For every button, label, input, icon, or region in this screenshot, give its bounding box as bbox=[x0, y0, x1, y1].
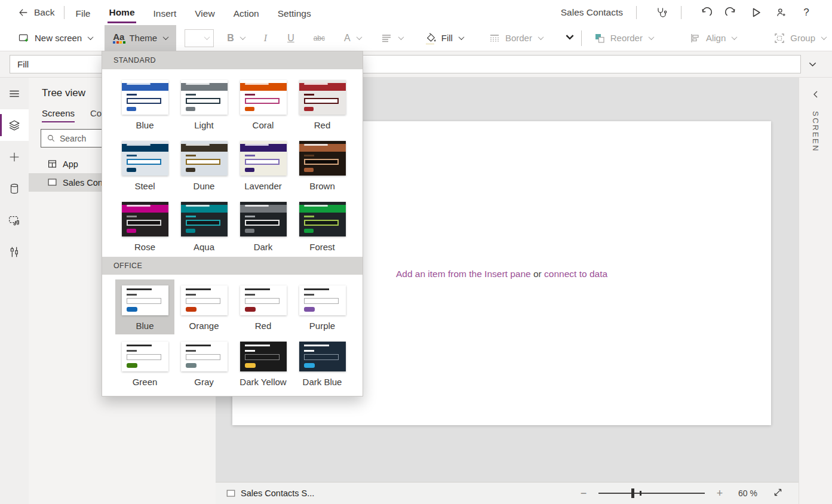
toolbar-overflow-button[interactable] bbox=[564, 32, 575, 45]
italic-button[interactable]: I bbox=[258, 25, 273, 51]
sidebar-item-data[interactable] bbox=[0, 173, 29, 204]
zoom-in-button[interactable]: + bbox=[712, 487, 727, 500]
theme-thumbnail bbox=[122, 141, 168, 176]
theme-option[interactable]: Dune bbox=[174, 135, 234, 195]
bold-button[interactable]: B bbox=[221, 25, 251, 51]
back-button[interactable]: Back bbox=[18, 7, 54, 18]
theme-option[interactable]: Dark Blue bbox=[293, 336, 352, 391]
theme-option[interactable]: Orange bbox=[174, 279, 234, 334]
theme-option[interactable]: Rose bbox=[115, 196, 174, 256]
collapse-panel-button[interactable] bbox=[811, 90, 821, 102]
theme-option[interactable]: Coral bbox=[234, 74, 293, 134]
screen-name-row[interactable]: Sales Contacts S... bbox=[226, 488, 314, 498]
new-screen-label: New screen bbox=[35, 33, 82, 43]
align-label: Align bbox=[706, 33, 726, 43]
expand-icon bbox=[773, 487, 783, 497]
menu-item-settings[interactable]: Settings bbox=[277, 3, 312, 23]
percent-sign: % bbox=[750, 488, 757, 498]
theme-grid: Blue Light Coral bbox=[102, 69, 363, 257]
sidebar-item-tree-view[interactable] bbox=[0, 109, 29, 141]
theme-dropdown-menu: STANDARD Blue Light bbox=[102, 51, 363, 397]
sidebar-item-insert[interactable] bbox=[0, 141, 29, 173]
zoom-slider[interactable] bbox=[598, 488, 705, 498]
font-color-icon: A bbox=[344, 33, 351, 44]
theme-thumb-body bbox=[299, 152, 346, 176]
chevron-down-icon bbox=[163, 34, 169, 40]
theme-thumb-body bbox=[240, 152, 287, 176]
bottom-bar: Sales Contacts S... − + 60 % bbox=[216, 482, 799, 504]
preview-button[interactable] bbox=[746, 4, 766, 21]
theme-option[interactable]: Blue bbox=[115, 74, 174, 134]
zoom-slider-handle[interactable] bbox=[631, 488, 634, 498]
connect-to-data-link[interactable]: connect to data bbox=[544, 269, 607, 279]
share-button[interactable] bbox=[771, 4, 791, 21]
theme-thumb-body bbox=[240, 342, 287, 371]
sidebar-item-menu[interactable] bbox=[0, 78, 29, 109]
theme-name: Blue bbox=[136, 321, 153, 331]
zoom-out-button[interactable]: − bbox=[576, 487, 591, 500]
theme-option[interactable]: Forest bbox=[293, 196, 352, 256]
help-button[interactable]: ? bbox=[796, 4, 816, 21]
reorder-button[interactable]: Reorder bbox=[588, 25, 659, 51]
sidebar-item-media[interactable] bbox=[0, 204, 29, 236]
menu-item-action[interactable]: Action bbox=[232, 3, 260, 23]
database-icon bbox=[8, 182, 21, 195]
theme-option[interactable]: Aqua bbox=[174, 196, 234, 256]
theme-thumb-header bbox=[240, 144, 287, 152]
theme-thumbnail bbox=[181, 80, 228, 115]
redo-button[interactable] bbox=[721, 4, 741, 21]
sidebar-item-advanced-tools[interactable] bbox=[0, 236, 29, 268]
font-color-button[interactable]: A bbox=[338, 25, 367, 51]
theme-thumbnail bbox=[299, 80, 346, 115]
theme-thumbnail bbox=[299, 141, 346, 176]
theme-option[interactable]: Green bbox=[115, 336, 174, 391]
theme-option[interactable]: Red bbox=[293, 74, 352, 134]
app-checker-button[interactable] bbox=[651, 4, 671, 21]
menu-item-file[interactable]: File bbox=[74, 3, 91, 23]
theme-option[interactable]: Lavender bbox=[234, 135, 293, 195]
theme-button[interactable]: Aa Theme bbox=[105, 25, 176, 51]
menu-item-view[interactable]: View bbox=[194, 3, 216, 23]
theme-name: Red bbox=[255, 321, 272, 331]
strikethrough-button[interactable]: abc bbox=[308, 25, 331, 51]
theme-option[interactable]: Brown bbox=[293, 135, 352, 195]
theme-thumb-header bbox=[299, 205, 346, 213]
font-family-select[interactable] bbox=[185, 29, 214, 47]
theme-option[interactable]: Dark Yellow bbox=[234, 336, 293, 391]
menu-item-insert[interactable]: Insert bbox=[152, 3, 178, 23]
theme-option[interactable]: Dark bbox=[234, 196, 293, 256]
tab-screens[interactable]: Screens bbox=[42, 108, 75, 122]
underline-button[interactable]: U bbox=[281, 25, 300, 51]
fill-button[interactable]: Fill bbox=[419, 25, 469, 51]
theme-option[interactable]: Blue bbox=[115, 279, 174, 334]
theme-section-office: OFFICE Blue Orange bbox=[102, 257, 363, 392]
menubar: Back File Home Insert View Action Settin… bbox=[0, 0, 832, 25]
menu-item-home[interactable]: Home bbox=[108, 2, 136, 23]
new-screen-button[interactable]: New screen bbox=[12, 25, 99, 51]
theme-option[interactable]: Steel bbox=[115, 135, 174, 195]
insert-pane-link[interactable]: Add an item from the Insert pane bbox=[396, 269, 531, 279]
right-panel-rail: SCREEN bbox=[799, 78, 832, 504]
theme-option[interactable]: Purple bbox=[293, 279, 352, 334]
formula-bar-expand-button[interactable] bbox=[801, 60, 824, 69]
group-button[interactable]: Group bbox=[767, 25, 832, 51]
screen-name: Sales Contacts S... bbox=[241, 488, 314, 498]
new-screen-icon bbox=[18, 32, 30, 44]
theme-name: Brown bbox=[309, 181, 335, 191]
align-button[interactable]: Align bbox=[683, 25, 742, 51]
undo-button[interactable] bbox=[696, 4, 716, 21]
left-rail bbox=[0, 78, 29, 504]
theme-thumbnail bbox=[181, 141, 228, 176]
theme-thumb-body bbox=[240, 213, 287, 236]
theme-option[interactable]: Gray bbox=[174, 336, 234, 391]
theme-thumbnail bbox=[122, 202, 168, 236]
theme-option[interactable]: Light bbox=[174, 74, 234, 134]
border-button[interactable]: Border bbox=[483, 25, 549, 51]
bold-icon: B bbox=[227, 33, 234, 44]
chevron-down-icon bbox=[732, 34, 738, 40]
text-align-button[interactable] bbox=[374, 25, 409, 51]
theme-thumb-body bbox=[122, 213, 168, 236]
fit-to-window-button[interactable] bbox=[773, 487, 783, 500]
theme-thumb-body bbox=[299, 91, 346, 115]
theme-option[interactable]: Red bbox=[234, 279, 293, 334]
